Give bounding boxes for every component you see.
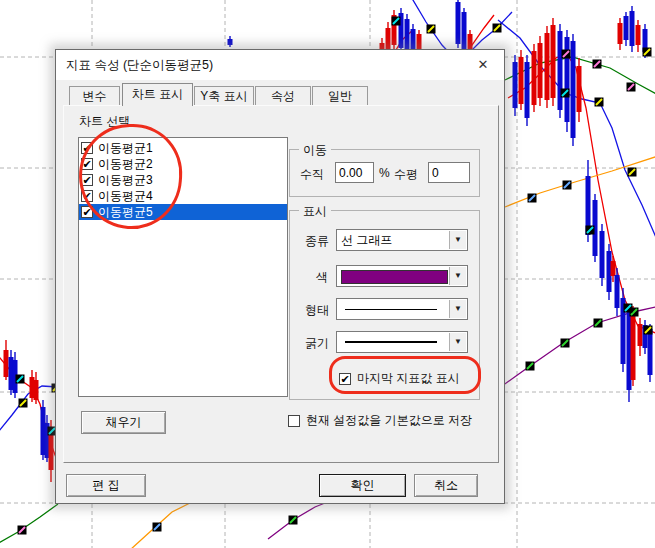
shape-label: 형태 (305, 302, 329, 319)
fill-button[interactable]: 채우기 (81, 411, 166, 434)
checkbox-icon[interactable] (288, 415, 300, 427)
checkbox-icon[interactable]: ✔ (81, 158, 93, 170)
horizontal-label: 수평 (394, 166, 418, 183)
list-item[interactable]: ✔ 이동평균3 (79, 172, 287, 188)
list-item[interactable]: ✔ 이동평균4 (79, 188, 287, 204)
tab-chart-display[interactable]: 차트 표시 (122, 83, 193, 106)
checkbox-icon[interactable]: ✔ (339, 373, 351, 385)
chart-type-select[interactable]: 선 그래프 ▼ (336, 229, 468, 251)
move-group: 이동 수직 % 수평 (289, 149, 480, 197)
checkbox-icon[interactable]: ✔ (81, 190, 93, 202)
line-style-sample (345, 309, 437, 310)
list-item[interactable]: ✔ 이동평균2 (79, 156, 287, 172)
vertical-label: 수직 (300, 166, 324, 183)
dropdown-arrow-icon[interactable]: ▼ (449, 333, 466, 351)
checkbox-icon[interactable]: ✔ (81, 206, 93, 218)
dialog-title: 지표 속성 (단순이동평균5) (66, 50, 213, 80)
chart-select-listbox[interactable]: ✔ 이동평균1 ✔ 이동평균2 ✔ 이동평균3 ✔ 이동평균4 ✔ 이동평균5 (78, 137, 288, 397)
dropdown-arrow-icon[interactable]: ▼ (449, 267, 466, 285)
list-item[interactable]: ✔ 이동평균1 (79, 140, 287, 156)
cancel-button[interactable]: 취소 (414, 474, 478, 497)
tab-variables[interactable]: 변수 (69, 86, 120, 105)
display-group: 표시 종류 선 그래프 ▼ 색 ▼ 형태 ▼ 굵기 ▼ ✔ (289, 210, 480, 400)
line-style-select[interactable]: ▼ (336, 298, 468, 320)
horizontal-offset-input[interactable] (428, 162, 470, 183)
display-group-label: 표시 (299, 203, 331, 220)
list-item-selected[interactable]: ✔ 이동평균5 (79, 204, 287, 220)
color-select[interactable]: ▼ (336, 265, 468, 287)
thickness-label: 굵기 (305, 335, 329, 352)
line-width-select[interactable]: ▼ (336, 331, 468, 353)
tab-properties[interactable]: 속성 (255, 86, 311, 105)
save-default-checkbox[interactable]: 현재 설정값을 기본값으로 저장 (288, 412, 472, 429)
tab-general[interactable]: 일반 (312, 86, 368, 105)
type-label: 종류 (305, 233, 329, 250)
edit-button[interactable]: 편 집 (66, 474, 146, 497)
line-width-sample (345, 341, 437, 343)
move-group-label: 이동 (299, 142, 331, 159)
tab-y-axis[interactable]: Y축 표시 (194, 86, 254, 105)
ok-button[interactable]: 확인 (319, 474, 406, 497)
indicator-properties-dialog: 지표 속성 (단순이동평균5) ✕ 변수 차트 표시 Y축 표시 속성 일반 차… (55, 49, 505, 504)
screen: { "dialog": { "title": "지표 속성 (단순이동평균5)"… (0, 0, 655, 548)
dropdown-arrow-icon[interactable]: ▼ (449, 300, 466, 318)
chart-select-label: 차트 선택 (79, 113, 130, 130)
checkbox-icon[interactable]: ✔ (81, 174, 93, 186)
close-icon[interactable]: ✕ (468, 50, 498, 80)
color-label: 색 (316, 269, 328, 286)
checkbox-icon[interactable]: ✔ (81, 142, 93, 154)
vertical-offset-input[interactable] (335, 162, 374, 183)
percent-label: % (379, 166, 390, 180)
color-swatch (341, 270, 448, 284)
last-value-checkbox[interactable]: ✔ 마지막 지표값 표시 (339, 370, 460, 387)
dropdown-arrow-icon[interactable]: ▼ (449, 231, 466, 249)
dialog-titlebar[interactable]: 지표 속성 (단순이동평균5) ✕ (56, 50, 504, 80)
